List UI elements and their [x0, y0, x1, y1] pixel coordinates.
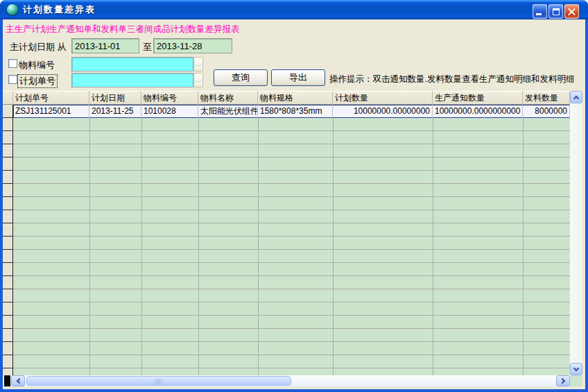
- date-range-label: 主计划日期 从: [10, 41, 67, 53]
- window-title: 计划数量差异表: [23, 0, 96, 19]
- table-row[interactable]: ZSJ131125001 2013-11-25 1010028 太阳能光伏组件 …: [13, 105, 570, 118]
- cell-plan-no: ZSJ131125001: [13, 105, 89, 118]
- splitter-notch: [4, 375, 10, 386]
- chevron-right-icon: [560, 378, 565, 384]
- scroll-left-button[interactable]: [11, 375, 25, 386]
- material-browse-button[interactable]: ...: [193, 57, 203, 71]
- cell-material-name: 太阳能光伏组件: [198, 105, 258, 118]
- grid-header-row: 计划单号 计划日期 物料编号 物料名称 物料规格 计划数量 生产通知数量 发料数…: [3, 91, 570, 105]
- data-grid: 计划单号 计划日期 物料编号 物料名称 物料规格 计划数量 生产通知数量 发料数…: [3, 91, 582, 386]
- cell-plan-qty[interactable]: 10000000.00000000: [333, 105, 433, 118]
- scroll-down-button[interactable]: [570, 363, 582, 375]
- material-input[interactable]: [71, 57, 193, 71]
- export-button[interactable]: 导出: [271, 69, 325, 86]
- report-subtitle: 主生产计划生产通知单和发料单三者间成品计划数量差异报表: [6, 24, 240, 35]
- date-to-label: 至: [143, 41, 152, 53]
- horizontal-scrollbar[interactable]: [3, 375, 570, 386]
- column-header-issue-qty[interactable]: 发料数量: [523, 91, 570, 105]
- titlebar[interactable]: 计划数量差异表: [0, 0, 588, 19]
- close-button[interactable]: [564, 4, 579, 19]
- scroll-up-button[interactable]: [570, 91, 582, 103]
- material-label: 物料编号: [19, 59, 55, 71]
- cell-plan-date: 2013-11-25: [89, 105, 141, 118]
- cell-spec: 1580*808*35mm: [258, 105, 333, 118]
- maximize-icon: [553, 8, 560, 15]
- maximize-button[interactable]: [548, 4, 563, 19]
- vertical-scrollbar[interactable]: [570, 91, 582, 375]
- app-icon: [7, 4, 18, 15]
- row-indicator-column: [3, 105, 13, 375]
- grid-empty-rows: [13, 118, 570, 375]
- thumb-grip: [155, 379, 163, 384]
- cell-material-no: 1010028: [141, 105, 198, 118]
- date-to-input[interactable]: [153, 38, 232, 53]
- scrollbar-corner: [570, 375, 582, 386]
- material-checkbox[interactable]: [8, 59, 17, 68]
- column-header-material-no[interactable]: 物料编号: [141, 91, 198, 105]
- operation-hint: 操作提示：双击通知数量.发料数量查看生产通知明细和发料明细: [329, 74, 574, 85]
- column-header-plan-no[interactable]: 计划单号: [13, 91, 89, 105]
- plan-checkbox[interactable]: [8, 75, 17, 84]
- plan-label: 计划单号: [18, 75, 57, 87]
- client-area: 主生产计划生产通知单和发料单三者间成品计划数量差异报表 主计划日期 从 至 物料…: [3, 19, 585, 389]
- chevron-up-icon: [573, 96, 579, 101]
- minimize-icon: [536, 13, 542, 15]
- column-header-plan-qty[interactable]: 计划数量: [333, 91, 433, 105]
- plan-browse-button[interactable]: ...: [193, 73, 203, 87]
- column-header-spec[interactable]: 物料规格: [258, 91, 333, 105]
- cell-notice-qty[interactable]: 10000000.0000000000: [433, 105, 523, 118]
- column-header-notice-qty[interactable]: 生产通知数量: [433, 91, 523, 105]
- column-header-material-name[interactable]: 物料名称: [198, 91, 258, 105]
- date-from-input[interactable]: [71, 38, 139, 53]
- column-header-plan-date[interactable]: 计划日期: [89, 91, 141, 105]
- chevron-left-icon: [17, 378, 22, 384]
- query-button[interactable]: 查询: [214, 69, 268, 86]
- horizontal-scroll-thumb[interactable]: [26, 376, 291, 386]
- chevron-down-icon: [573, 366, 579, 371]
- plan-input[interactable]: [71, 73, 193, 87]
- minimize-button[interactable]: [533, 4, 547, 19]
- scroll-right-button[interactable]: [556, 375, 570, 386]
- cell-issue-qty[interactable]: 8000000: [523, 105, 570, 118]
- grid-corner-cell: [3, 91, 13, 105]
- app-window: 计划数量差异表 主生产计划生产通知单和发料单三者间成品计划数量差异报表 主计划日…: [0, 0, 588, 392]
